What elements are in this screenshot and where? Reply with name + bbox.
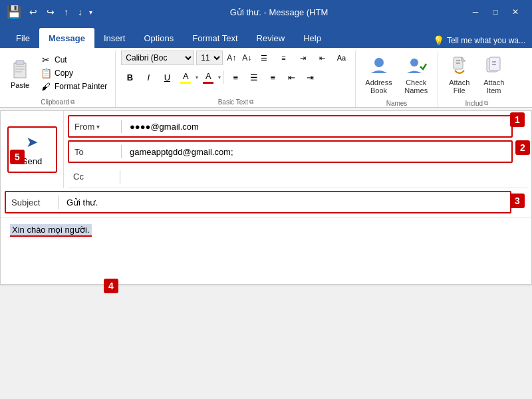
tab-help[interactable]: Help bbox=[294, 28, 331, 48]
redo-button[interactable]: ↪ bbox=[44, 5, 57, 19]
paste-button[interactable]: Paste bbox=[5, 55, 35, 92]
attach-file-label: Attach File bbox=[449, 78, 469, 94]
from-dropdown-arrow[interactable]: ▾ bbox=[96, 123, 100, 130]
annotation-1: 1 bbox=[510, 112, 525, 127]
cc-label: Cc bbox=[73, 172, 120, 182]
annotation-5: 5 bbox=[10, 150, 25, 164]
compose-area: 1 ➤ Send From ▾ bbox=[0, 108, 532, 285]
attach-item-icon bbox=[482, 53, 506, 77]
font-size-increase-button[interactable]: A↑ bbox=[225, 51, 238, 65]
svg-rect-1 bbox=[16, 61, 24, 65]
font-color-button[interactable]: A bbox=[200, 69, 217, 85]
font-size-select[interactable]: 11 bbox=[196, 51, 223, 65]
clipboard-group: Paste ✂ Cut 📋 Copy 🖌 Format Painter Clip… bbox=[0, 51, 116, 107]
check-names-button[interactable]: Check Names bbox=[400, 51, 432, 97]
align-center-button[interactable]: ☰ bbox=[245, 69, 263, 85]
format-painter-label: Format Painter bbox=[55, 82, 107, 91]
tab-options[interactable]: Options bbox=[134, 28, 183, 48]
cut-label: Cut bbox=[55, 55, 67, 65]
list-numbers-button[interactable]: ≡ bbox=[275, 51, 292, 65]
cc-field[interactable] bbox=[126, 170, 522, 183]
svg-rect-12 bbox=[492, 61, 496, 63]
align-right-button[interactable]: ≡ bbox=[264, 69, 281, 85]
svg-rect-4 bbox=[15, 71, 22, 72]
clipboard-expand-icon[interactable]: ⧉ bbox=[70, 98, 74, 106]
address-book-button[interactable]: Address Book bbox=[361, 51, 396, 97]
subject-label: Subject bbox=[11, 198, 58, 207]
include-label: Includ bbox=[465, 100, 483, 107]
minimize-button[interactable]: ─ bbox=[466, 2, 485, 22]
up-arrow-button[interactable]: ↑ bbox=[61, 5, 71, 19]
save-icon[interactable]: 💾 bbox=[7, 5, 21, 19]
names-label: Names bbox=[386, 100, 408, 107]
cut-button[interactable]: ✂ Cut bbox=[37, 54, 110, 66]
font-size-decrease-button[interactable]: A↓ bbox=[240, 51, 253, 65]
annotation-3: 3 bbox=[510, 194, 525, 208]
ribbon-body: Paste ✂ Cut 📋 Copy 🖌 Format Painter Clip… bbox=[0, 48, 532, 108]
format-painter-button[interactable]: 🖌 Format Painter bbox=[37, 80, 110, 92]
svg-rect-2 bbox=[15, 66, 25, 67]
copy-button[interactable]: 📋 Copy bbox=[37, 67, 110, 79]
down-arrow-button[interactable]: ↓ bbox=[75, 5, 85, 19]
highlight-color-button[interactable]: A bbox=[177, 69, 194, 85]
svg-rect-0 bbox=[14, 63, 26, 78]
indent-button[interactable]: ⇥ bbox=[294, 51, 311, 65]
underline-button[interactable]: U bbox=[158, 69, 176, 85]
address-book-icon bbox=[367, 53, 391, 77]
svg-point-6 bbox=[410, 59, 418, 66]
increase-indent-button[interactable]: ⇥ bbox=[301, 69, 319, 85]
check-names-icon bbox=[404, 53, 428, 77]
attach-item-label: Attach Item bbox=[483, 78, 504, 94]
body-highlighted-text: Xin chào mọi người. bbox=[10, 224, 92, 237]
scissors-icon: ✂ bbox=[40, 55, 52, 65]
tell-me-input[interactable]: Tell me what you wa... bbox=[447, 36, 525, 45]
font-color-dropdown[interactable]: ▾ bbox=[218, 74, 221, 80]
copy-label: Copy bbox=[55, 68, 73, 78]
text-direction-button[interactable]: Aa bbox=[332, 51, 350, 65]
basic-text-label: Basic Text bbox=[218, 98, 248, 106]
compose-container: 1 ➤ Send From ▾ bbox=[0, 110, 532, 285]
annotation-2: 2 bbox=[515, 140, 530, 155]
tab-format-text[interactable]: Format Text bbox=[183, 28, 247, 48]
undo-button[interactable]: ↩ bbox=[27, 5, 40, 19]
bold-button[interactable]: B bbox=[121, 69, 138, 85]
address-book-label: Address Book bbox=[365, 78, 392, 94]
format-row: B I U A ▾ A ▾ ≡ ☰ ≡ ⇤ ⇥ bbox=[121, 69, 350, 85]
tab-review[interactable]: Review bbox=[247, 28, 295, 48]
close-button[interactable]: ✕ bbox=[505, 2, 525, 22]
attach-item-button[interactable]: Attach Item bbox=[478, 51, 510, 97]
list-bullets-button[interactable]: ☰ bbox=[255, 51, 273, 65]
italic-button[interactable]: I bbox=[140, 69, 157, 85]
basic-text-expand-icon[interactable]: ⧉ bbox=[249, 98, 253, 106]
attach-file-button[interactable]: Attach File bbox=[444, 51, 475, 97]
from-label: From ▾ bbox=[74, 122, 121, 132]
subject-field[interactable] bbox=[64, 196, 505, 209]
send-icon: ➤ bbox=[26, 134, 38, 151]
svg-rect-8 bbox=[456, 60, 460, 61]
svg-rect-3 bbox=[15, 68, 25, 70]
send-label: Send bbox=[22, 156, 42, 166]
svg-rect-9 bbox=[456, 63, 460, 64]
quick-access-dropdown[interactable]: ▾ bbox=[89, 9, 92, 16]
include-expand-icon[interactable]: ⧉ bbox=[484, 100, 488, 107]
clipboard-sub: ✂ Cut 📋 Copy 🖌 Format Painter bbox=[37, 54, 110, 92]
maximize-button[interactable]: □ bbox=[485, 2, 505, 22]
tab-insert[interactable]: Insert bbox=[94, 28, 135, 48]
tab-message[interactable]: Message bbox=[39, 28, 94, 48]
highlight-dropdown[interactable]: ▾ bbox=[196, 74, 198, 80]
from-field[interactable] bbox=[127, 120, 506, 133]
decrease-indent-button[interactable]: ⇤ bbox=[283, 69, 300, 85]
tab-file[interactable]: File bbox=[7, 28, 39, 48]
font-row: Calibri (Boc 11 A↑ A↓ ☰ ≡ ⇥ ⇤ Aa bbox=[121, 51, 350, 65]
clipboard-label: Clipboard bbox=[41, 98, 69, 106]
basic-text-group: Calibri (Boc 11 A↑ A↓ ☰ ≡ ⇥ ⇤ Aa B I U A bbox=[116, 51, 356, 107]
annotation-4: 4 bbox=[104, 279, 118, 293]
font-family-select[interactable]: Calibri (Boc bbox=[121, 51, 194, 65]
to-field[interactable] bbox=[127, 146, 506, 158]
align-left-button[interactable]: ≡ bbox=[227, 69, 244, 85]
include-group: Attach File Attach Item Includ ⧉ bbox=[438, 51, 515, 107]
to-label: To bbox=[74, 147, 121, 157]
outdent-button[interactable]: ⇤ bbox=[313, 51, 331, 65]
ribbon-tabs: File Message Insert Options Format Text … bbox=[0, 24, 532, 48]
svg-point-5 bbox=[374, 58, 384, 67]
